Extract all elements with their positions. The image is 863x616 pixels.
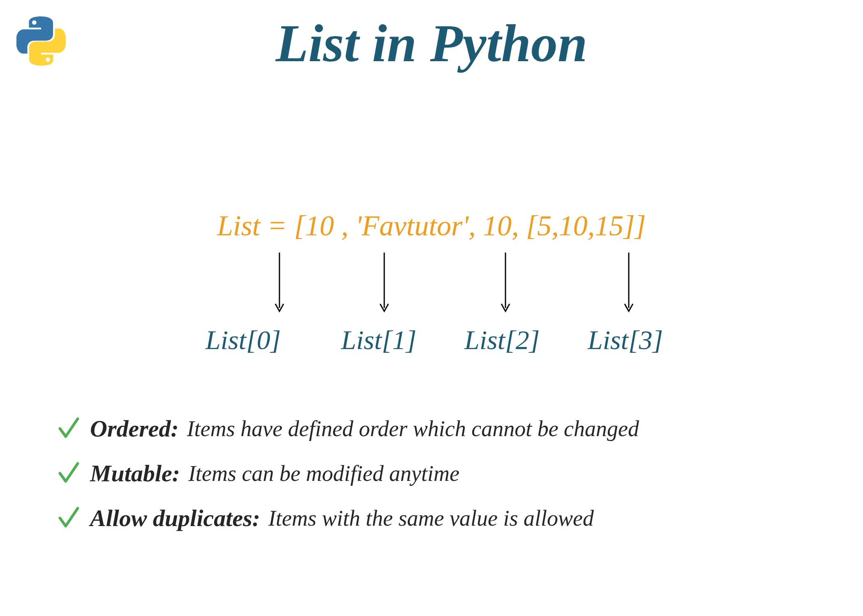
arrow-icon (273, 251, 286, 316)
arrow-icon (378, 251, 390, 316)
index-labels-group: List[0] List[1] List[2] List[3] (0, 324, 863, 361)
features-list: Ordered: Items have defined order which … (58, 415, 639, 549)
feature-item: Mutable: Items can be modified anytime (58, 460, 639, 487)
feature-description: Items with the same value is allowed (268, 506, 594, 531)
page-title: List in Python (276, 12, 587, 74)
feature-description: Items can be modified anytime (188, 461, 459, 486)
feature-item: Allow duplicates: Items with the same va… (58, 504, 639, 532)
index-label: List[1] (341, 324, 416, 356)
index-label: List[0] (205, 324, 281, 356)
arrow-icon (499, 251, 512, 316)
feature-item: Ordered: Items have defined order which … (58, 415, 639, 442)
python-logo-icon (16, 16, 66, 66)
arrow-icon (623, 251, 635, 316)
feature-name: Mutable: (90, 460, 180, 487)
check-icon (58, 505, 80, 531)
check-icon (58, 460, 80, 487)
index-label: List[3] (588, 324, 663, 356)
feature-name: Allow duplicates: (90, 504, 260, 532)
check-icon (58, 415, 80, 442)
index-label: List[2] (464, 324, 540, 356)
list-definition-code: List = [10 , 'Favtutor', 10, [5,10,15]] (217, 209, 646, 242)
feature-description: Items have defined order which cannot be… (187, 416, 639, 441)
feature-name: Ordered: (90, 415, 179, 442)
arrows-group (0, 251, 863, 320)
